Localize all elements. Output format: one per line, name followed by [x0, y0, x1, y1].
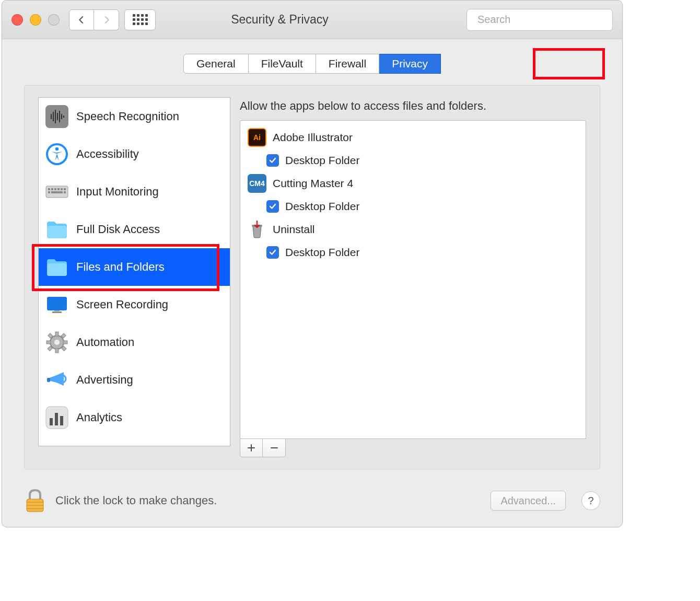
content-area: General FileVault Firewall Privacy Speec… [2, 39, 622, 480]
checkbox-desktop-folder[interactable] [266, 200, 279, 213]
sidebar-item-files-and-folders[interactable]: Files and Folders [39, 248, 230, 286]
zoom-window-button[interactable] [48, 14, 60, 26]
search-input[interactable] [477, 14, 610, 26]
svg-rect-20 [64, 188, 66, 190]
sidebar-item-speech-recognition[interactable]: Speech Recognition [39, 98, 230, 135]
svg-rect-19 [61, 188, 63, 190]
window-title: Security & Privacy [93, 13, 466, 27]
cm4-app-icon: CM4 [248, 174, 266, 193]
permission-row: Desktop Folder [248, 241, 578, 264]
sidebar-item-advertising[interactable]: Advertising [39, 361, 230, 399]
sidebar-item-label: Advertising [76, 373, 133, 387]
lock-text: Click the lock to make changes. [55, 494, 481, 507]
sidebar-wrap: Speech Recognition Accessibility Input M… [38, 97, 230, 457]
svg-rect-15 [48, 188, 50, 190]
sidebar-item-full-disk-access[interactable]: Full Disk Access [39, 211, 230, 248]
svg-rect-25 [47, 263, 67, 276]
sidebar-item-analytics[interactable]: Analytics [39, 399, 230, 436]
permission-row: Desktop Folder [248, 195, 578, 218]
tabs: General FileVault Firewall Privacy [183, 54, 441, 74]
folder-icon [45, 217, 69, 241]
check-icon [269, 248, 277, 257]
tab-firewall[interactable]: Firewall [316, 54, 379, 74]
app-name: Cutting Master 4 [273, 177, 353, 190]
detail-header: Allow the apps below to access files and… [240, 99, 586, 113]
waveform-icon [45, 105, 69, 129]
traffic-lights [11, 14, 60, 26]
svg-rect-22 [51, 191, 63, 193]
permission-label: Desktop Folder [285, 246, 359, 259]
svg-rect-26 [47, 297, 67, 310]
toolbar: Security & Privacy [2, 1, 622, 39]
permission-label: Desktop Folder [285, 154, 359, 167]
privacy-pane: Speech Recognition Accessibility Input M… [24, 85, 600, 469]
privacy-categories-sidebar[interactable]: Speech Recognition Accessibility Input M… [38, 97, 230, 446]
plus-icon [247, 444, 255, 452]
help-button[interactable]: ? [581, 491, 600, 510]
minimize-window-button[interactable] [30, 14, 41, 26]
svg-rect-18 [57, 188, 60, 190]
svg-rect-31 [55, 332, 59, 336]
add-remove-buttons [240, 438, 586, 457]
sidebar-item-accessibility[interactable]: Accessibility [39, 135, 230, 173]
check-icon [269, 202, 277, 211]
tab-privacy[interactable]: Privacy [379, 54, 441, 74]
sidebar-item-label: Full Disk Access [76, 223, 160, 236]
gear-icon [45, 330, 69, 354]
footer: Click the lock to make changes. Advanced… [2, 480, 622, 527]
checkbox-desktop-folder[interactable] [266, 154, 279, 167]
svg-rect-39 [47, 378, 50, 382]
svg-point-13 [55, 147, 59, 151]
folder-icon [45, 255, 69, 279]
sidebar-item-label: Accessibility [76, 147, 139, 161]
sidebar-item-label: Automation [76, 336, 134, 349]
display-icon [45, 293, 69, 317]
tabs-wrap: General FileVault Firewall Privacy [24, 54, 600, 74]
app-name: Adobe Illustrator [273, 131, 353, 144]
app-name: Uninstall [273, 223, 315, 236]
detail-panel: Allow the apps below to access files and… [240, 97, 586, 457]
add-button[interactable] [240, 438, 263, 457]
uninstall-app-icon [248, 220, 266, 239]
keyboard-icon [45, 180, 69, 204]
search-field[interactable] [466, 9, 613, 31]
sidebar-item-label: Speech Recognition [76, 110, 179, 123]
lock-icon[interactable] [24, 488, 46, 514]
minus-icon [270, 444, 278, 452]
permission-label: Desktop Folder [285, 200, 359, 213]
preferences-window: Security & Privacy General FileVault Fir… [2, 0, 623, 527]
permission-row: Desktop Folder [248, 149, 578, 172]
megaphone-icon [45, 368, 69, 392]
ai-app-icon: Ai [248, 128, 266, 147]
svg-point-30 [54, 340, 60, 345]
svg-rect-32 [55, 349, 59, 353]
sidebar-item-label: Analytics [76, 411, 122, 424]
accessibility-icon [45, 142, 69, 166]
svg-rect-23 [64, 191, 66, 193]
svg-rect-24 [47, 226, 67, 238]
svg-rect-28 [54, 310, 60, 312]
app-row-cutting-master: CM4 Cutting Master 4 [248, 172, 578, 195]
advanced-button[interactable]: Advanced... [491, 491, 566, 511]
close-window-button[interactable] [11, 14, 23, 26]
tab-filevault[interactable]: FileVault [249, 54, 316, 74]
check-icon [269, 156, 277, 165]
tab-general[interactable]: General [183, 54, 249, 74]
sidebar-item-input-monitoring[interactable]: Input Monitoring [39, 173, 230, 211]
back-button[interactable] [69, 9, 94, 30]
chevron-left-icon [77, 15, 86, 25]
svg-rect-21 [48, 191, 50, 193]
svg-rect-17 [54, 188, 56, 190]
svg-rect-34 [63, 341, 67, 344]
svg-rect-41 [50, 418, 53, 425]
svg-rect-42 [55, 413, 58, 425]
svg-rect-33 [46, 341, 51, 344]
app-row-uninstall: Uninstall [248, 218, 578, 241]
svg-rect-16 [51, 188, 53, 190]
remove-button[interactable] [263, 438, 286, 457]
sidebar-item-automation[interactable]: Automation [39, 323, 230, 361]
sidebar-item-screen-recording[interactable]: Screen Recording [39, 286, 230, 323]
app-permissions-list[interactable]: Ai Adobe Illustrator Desktop Folder CM4 … [240, 120, 586, 439]
checkbox-desktop-folder[interactable] [266, 246, 279, 259]
app-row-illustrator: Ai Adobe Illustrator [248, 126, 578, 149]
